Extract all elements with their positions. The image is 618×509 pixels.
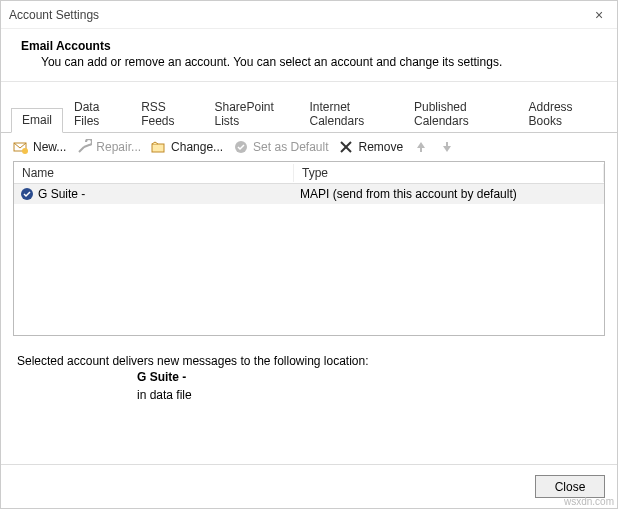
window-close-button[interactable]: × bbox=[589, 7, 609, 23]
svg-marker-6 bbox=[417, 142, 425, 148]
section-description: You can add or remove an account. You ca… bbox=[21, 55, 597, 69]
set-default-button: Set as Default bbox=[233, 139, 328, 155]
arrow-down-icon bbox=[439, 139, 455, 155]
tabstrip: Email Data Files RSS Feeds SharePoint Li… bbox=[1, 82, 617, 133]
row-type: MAPI (send from this account by default) bbox=[300, 187, 517, 201]
tab-data-files[interactable]: Data Files bbox=[63, 95, 130, 133]
row-name-cell: G Suite - bbox=[14, 186, 294, 202]
tab-address-books[interactable]: Address Books bbox=[518, 95, 607, 133]
section-title: Email Accounts bbox=[21, 39, 597, 53]
watermark: wsxdn.com bbox=[564, 496, 614, 507]
tab-email[interactable]: Email bbox=[11, 108, 63, 133]
tab-rss-feeds[interactable]: RSS Feeds bbox=[130, 95, 203, 133]
delivery-account: G Suite - bbox=[137, 368, 601, 386]
move-down-button bbox=[439, 139, 455, 155]
header-block: Email Accounts You can add or remove an … bbox=[1, 29, 617, 82]
new-label: New... bbox=[33, 140, 66, 154]
folder-change-icon bbox=[151, 139, 167, 155]
bottom-bar: Close bbox=[1, 464, 617, 508]
toolbar: New... Repair... Change... Set as Defaul… bbox=[1, 133, 617, 161]
default-check-icon bbox=[20, 187, 34, 201]
tab-sharepoint-lists[interactable]: SharePoint Lists bbox=[203, 95, 298, 133]
delivery-datafile: in data file bbox=[137, 386, 601, 404]
remove-label: Remove bbox=[358, 140, 403, 154]
svg-marker-8 bbox=[443, 146, 451, 152]
check-circle-icon bbox=[233, 139, 249, 155]
column-name[interactable]: Name bbox=[14, 164, 294, 182]
row-type-cell: MAPI (send from this account by default) bbox=[294, 186, 604, 202]
svg-rect-9 bbox=[446, 142, 448, 146]
change-button[interactable]: Change... bbox=[151, 139, 223, 155]
arrow-up-icon bbox=[413, 139, 429, 155]
tab-published-calendars[interactable]: Published Calendars bbox=[403, 95, 518, 133]
move-up-button bbox=[413, 139, 429, 155]
delivery-info: Selected account delivers new messages t… bbox=[1, 336, 617, 410]
table-header: Name Type bbox=[14, 162, 604, 184]
remove-x-icon bbox=[338, 139, 354, 155]
change-label: Change... bbox=[171, 140, 223, 154]
account-settings-window: Account Settings × Email Accounts You ca… bbox=[0, 0, 618, 509]
table-body: G Suite - MAPI (send from this account b… bbox=[14, 184, 604, 335]
titlebar: Account Settings × bbox=[1, 1, 617, 29]
repair-label: Repair... bbox=[96, 140, 141, 154]
set-default-label: Set as Default bbox=[253, 140, 328, 154]
new-button[interactable]: New... bbox=[13, 139, 66, 155]
envelope-new-icon bbox=[13, 139, 29, 155]
wrench-icon bbox=[76, 139, 92, 155]
row-name: G Suite - bbox=[38, 187, 85, 201]
tab-internet-calendars[interactable]: Internet Calendars bbox=[298, 95, 403, 133]
column-type[interactable]: Type bbox=[294, 164, 604, 182]
delivery-intro: Selected account delivers new messages t… bbox=[17, 354, 601, 368]
window-title: Account Settings bbox=[9, 8, 589, 22]
svg-point-1 bbox=[22, 148, 28, 154]
close-button[interactable]: Close bbox=[535, 475, 605, 498]
repair-button: Repair... bbox=[76, 139, 141, 155]
table-row[interactable]: G Suite - MAPI (send from this account b… bbox=[14, 184, 604, 204]
svg-rect-2 bbox=[152, 144, 164, 152]
accounts-table: Name Type G Suite - MAPI (send from this… bbox=[13, 161, 605, 336]
remove-button[interactable]: Remove bbox=[338, 139, 403, 155]
svg-rect-7 bbox=[420, 148, 422, 152]
